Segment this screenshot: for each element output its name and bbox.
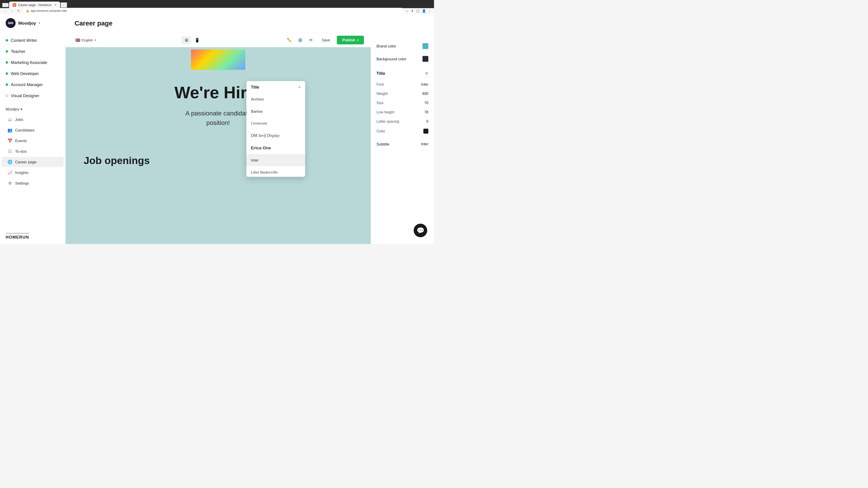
chart-icon: 📈 <box>7 170 12 175</box>
active-tab[interactable]: H Career page - Homerun ✕ <box>9 2 60 8</box>
org-section-arrow[interactable]: ▾ <box>21 107 22 111</box>
sidebar-item-events[interactable]: 📅 Events <box>2 136 64 146</box>
main-content: Career page 🇬🇧 English ▾ 🖥 📱 <box>66 13 434 244</box>
job-openings-section: Job openings <box>66 145 371 175</box>
brand-color-label: Brand color <box>377 44 396 48</box>
publish-button[interactable]: Publish ▾ <box>337 36 364 44</box>
job-item-content-writer[interactable]: Content Writer <box>0 35 66 46</box>
job-item-teacher[interactable]: Teacher <box>0 46 66 57</box>
color-row-type: Color <box>377 126 429 136</box>
color-section: Brand color Background color <box>377 40 429 65</box>
line-height-row: Line height 78 <box>377 108 429 117</box>
font-item-inter[interactable]: Inter <box>246 154 305 166</box>
toolbar-right: ✏️ ⚙️ 👁 Save Publish ▾ <box>285 36 364 44</box>
job-item-web-developer[interactable]: Web Developer <box>0 68 66 79</box>
font-item-cormorant[interactable]: Cormorant <box>246 118 305 129</box>
font-item-dm-serif[interactable]: DM Serif Display <box>246 129 305 142</box>
status-dot-active <box>6 84 8 86</box>
calendar-icon: 📅 <box>7 138 12 143</box>
status-dot-active <box>6 61 8 64</box>
font-dropdown: Title × Archivo Barlow Cormorant DM Seri… <box>246 81 305 177</box>
brand-color-swatch[interactable] <box>423 43 428 49</box>
chat-widget[interactable]: 💬 <box>414 224 427 237</box>
page-header: Career page <box>66 13 434 33</box>
size-row: Size 70 <box>377 98 429 108</box>
font-dropdown-header: Title × <box>246 81 305 93</box>
weight-row-label: Weight <box>377 92 388 96</box>
letter-spacing-value: 0 <box>426 120 428 124</box>
tab-list-button[interactable]: ⋮ <box>2 3 8 7</box>
nav-label-career-page: Career page <box>15 160 37 164</box>
background-color-swatch[interactable] <box>423 56 428 62</box>
language-selector[interactable]: 🇬🇧 English ▾ <box>72 36 99 44</box>
preview-icon-button[interactable]: 👁 <box>307 36 315 44</box>
font-item-erica-one[interactable]: Erica One <box>246 142 305 154</box>
font-item-barlow[interactable]: Barlow <box>246 105 305 118</box>
font-item-archivo[interactable]: Archivo <box>246 93 305 105</box>
browser-toolbar-actions: ☆ ⬇ ⬜ 👤 ⋮ <box>406 9 431 13</box>
org-dropdown-arrow[interactable]: ▾ <box>39 22 40 25</box>
hero-title[interactable]: We're Hirin <box>84 84 352 102</box>
address-bar[interactable]: 🔒 app.homerun.co/career-site <box>23 8 404 14</box>
job-title: Teacher <box>11 49 25 54</box>
editor-area: 🇬🇧 English ▾ 🖥 📱 ✏️ ⚙️ 👁 Save <box>66 33 434 244</box>
lang-dropdown-arrow: ▾ <box>94 38 96 42</box>
font-list[interactable]: Archivo Barlow Cormorant DM Serif Displa… <box>246 93 305 177</box>
font-row-value: Inter <box>421 83 428 87</box>
device-buttons: 🖥 📱 <box>182 36 203 44</box>
new-tab-button[interactable]: + <box>61 2 67 8</box>
nav-label-candidates: Candidates <box>15 128 35 132</box>
hero-subtitle-text: A passionate candidate <box>185 109 251 117</box>
bookmark-icon[interactable]: ☆ <box>406 9 409 13</box>
editor-toolbar: 🇬🇧 English ▾ 🖥 📱 ✏️ ⚙️ 👁 Save <box>66 33 371 47</box>
settings-icon-button[interactable]: ⚙️ <box>296 36 304 44</box>
status-dot-active <box>6 39 8 41</box>
menu-icon[interactable]: ⋮ <box>428 9 431 13</box>
browser-tabs: ⋮ H Career page - Homerun ✕ + <box>0 0 434 8</box>
mobile-view-button[interactable]: 📱 <box>192 36 203 44</box>
back-button[interactable]: ← <box>3 8 8 13</box>
tab-close-button[interactable]: ✕ <box>54 3 57 6</box>
sidebar-item-todos[interactable]: ☑ To-dos <box>2 147 64 157</box>
job-listings: Content Writer Teacher Marketing Associa… <box>0 33 66 103</box>
title-color-swatch[interactable] <box>423 129 428 134</box>
nav-label-jobs: Jobs <box>15 117 23 122</box>
extensions-icon[interactable]: ⬜ <box>416 9 420 13</box>
nav-label-insights: Insights <box>15 170 29 175</box>
font-item-libre-baskerville[interactable]: Libre Baskerville <box>246 166 305 177</box>
header-image <box>191 50 245 70</box>
reload-button[interactable]: ↻ <box>16 8 21 14</box>
checkbox-icon: ☑ <box>7 149 12 154</box>
job-item-visual-designer[interactable]: Visual Designer <box>0 90 66 101</box>
font-dropdown-close-button[interactable]: × <box>298 85 301 90</box>
forward-button[interactable]: → <box>9 8 14 13</box>
status-dot-active <box>6 50 8 53</box>
subtitle-section-label: Subtitle <box>377 142 390 147</box>
job-item-marketing-associate[interactable]: Marketing Associate <box>0 57 66 68</box>
profile-icon[interactable]: 👤 <box>422 9 426 13</box>
sidebar-item-candidates[interactable]: 👥 Candidates <box>2 125 64 135</box>
edit-icon-button[interactable]: ✏️ <box>285 36 293 44</box>
browser-toolbar: ← → ↻ 🔒 app.homerun.co/career-site ☆ ⬇ ⬜… <box>0 8 434 13</box>
brand-color-row: Brand color <box>377 40 429 53</box>
size-row-label: Size <box>377 101 383 105</box>
sidebar-item-settings[interactable]: ⚙ Settings <box>2 178 64 188</box>
sidebar-item-insights[interactable]: 📈 Insights <box>2 168 64 178</box>
typography-close-button[interactable]: ✕ <box>425 71 428 76</box>
job-item-account-manager[interactable]: Account Manager <box>0 79 66 90</box>
sidebar-item-career-page[interactable]: 🌐 Career page <box>2 157 64 167</box>
save-button[interactable]: Save <box>318 36 334 44</box>
editor-main: 🇬🇧 English ▾ 🖥 📱 ✏️ ⚙️ 👁 Save <box>66 33 371 244</box>
desktop-view-button[interactable]: 🖥 <box>182 36 191 44</box>
nav-label-settings: Settings <box>15 181 29 186</box>
job-title: Visual Designer <box>11 93 39 98</box>
font-row: Font Inter <box>377 80 429 89</box>
sidebar-org-section: Moodjoy ▾ <box>0 104 66 113</box>
download-icon[interactable]: ⬇ <box>411 9 414 13</box>
job-title: Content Writer <box>11 38 37 43</box>
page-title: Career page <box>74 20 425 27</box>
sidebar-item-jobs[interactable]: 🗂 Jobs <box>2 115 64 125</box>
status-dot-active <box>6 72 8 75</box>
globe-icon: 🌐 <box>7 160 12 164</box>
letter-spacing-label: Letter spacing <box>377 120 399 124</box>
